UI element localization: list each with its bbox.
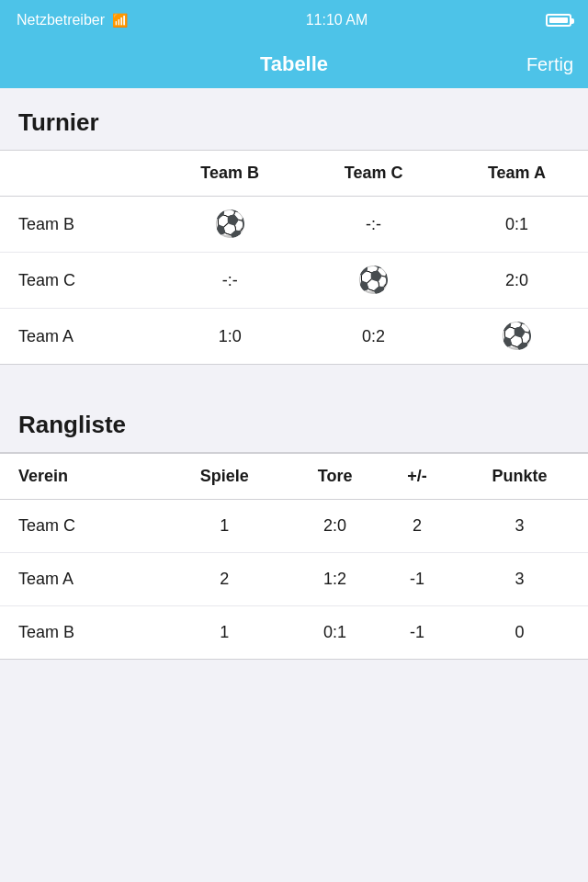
turnier-row1-cola: 0:1 <box>446 197 588 253</box>
turnier-row3-colb: 1:0 <box>158 309 301 365</box>
turnier-row3-cola: ⚽ <box>446 309 588 365</box>
turnier-header-row: Team B Team C Team A <box>0 151 588 197</box>
wifi-icon <box>112 12 128 28</box>
table-row: Team A 1:0 0:2 ⚽ <box>0 309 588 365</box>
rangliste-row3-spiele: 1 <box>163 606 287 660</box>
rangliste-row2-tore: 1:2 <box>287 553 383 606</box>
table-row: Team C 1 2:0 2 3 <box>0 500 588 553</box>
rangliste-row1-tore: 2:0 <box>287 500 383 553</box>
turnier-row2-colb: -:- <box>158 253 301 309</box>
turnier-col-a-header: Team A <box>446 151 588 197</box>
turnier-row2-cola: 2:0 <box>446 253 588 309</box>
table-row: Team B ⚽ -:- 0:1 <box>0 197 588 253</box>
rangliste-row3-verein: Team B <box>0 606 163 660</box>
table-row: Team A 2 1:2 -1 3 <box>0 553 588 606</box>
rangliste-row1-verein: Team C <box>0 500 163 553</box>
rangliste-row2-spiele: 2 <box>163 553 287 606</box>
status-bar: Netzbetreiber 11:10 AM <box>0 0 588 40</box>
rangliste-col-verein: Verein <box>0 454 163 500</box>
turnier-section-header: Turnier <box>0 88 588 150</box>
carrier-label: Netzbetreiber <box>17 12 105 28</box>
turnier-table-container: Team B Team C Team A Team B ⚽ -:- 0:1 Te… <box>0 150 588 365</box>
turnier-col-empty <box>0 151 158 197</box>
status-left: Netzbetreiber <box>17 12 128 28</box>
rangliste-col-plusminus: +/- <box>383 454 451 500</box>
turnier-row2-team: Team C <box>0 253 158 309</box>
rangliste-row3-pm: -1 <box>383 606 451 660</box>
turnier-row1-colc: -:- <box>301 197 445 253</box>
rangliste-row1-spiele: 1 <box>163 500 287 553</box>
turnier-table: Team B Team C Team A Team B ⚽ -:- 0:1 Te… <box>0 151 588 364</box>
rangliste-table: Verein Spiele Tore +/- Punkte Team C 1 2… <box>0 453 588 659</box>
turnier-col-c-header: Team C <box>301 151 445 197</box>
nav-title: Tabelle <box>260 52 328 76</box>
rangliste-table-container: Verein Spiele Tore +/- Punkte Team C 1 2… <box>0 452 588 660</box>
rangliste-row3-punkte: 0 <box>451 606 588 660</box>
rangliste-col-punkte: Punkte <box>451 454 588 500</box>
rangliste-section-header: Rangliste <box>0 390 588 452</box>
time-label: 11:10 AM <box>306 12 368 28</box>
turnier-row3-colc: 0:2 <box>301 309 445 365</box>
section-separator <box>0 365 588 390</box>
turnier-row2-colc: ⚽ <box>301 253 445 309</box>
rangliste-row2-verein: Team A <box>0 553 163 606</box>
rangliste-col-tore: Tore <box>287 454 383 500</box>
rangliste-row2-punkte: 3 <box>451 553 588 606</box>
turnier-row3-team: Team A <box>0 309 158 365</box>
turnier-row1-team: Team B <box>0 197 158 253</box>
rangliste-row1-pm: 2 <box>383 500 451 553</box>
table-row: Team B 1 0:1 -1 0 <box>0 606 588 660</box>
nav-bar: Tabelle Fertig <box>0 40 588 88</box>
rangliste-header-row: Verein Spiele Tore +/- Punkte <box>0 454 588 500</box>
battery-icon <box>546 14 571 27</box>
done-button[interactable]: Fertig <box>526 54 573 75</box>
rangliste-row3-tore: 0:1 <box>287 606 383 660</box>
rangliste-row2-pm: -1 <box>383 553 451 606</box>
table-row: Team C -:- ⚽ 2:0 <box>0 253 588 309</box>
turnier-col-b-header: Team B <box>158 151 301 197</box>
rangliste-col-spiele: Spiele <box>163 454 287 500</box>
rangliste-row1-punkte: 3 <box>451 500 588 553</box>
turnier-row1-colb: ⚽ <box>158 197 301 253</box>
